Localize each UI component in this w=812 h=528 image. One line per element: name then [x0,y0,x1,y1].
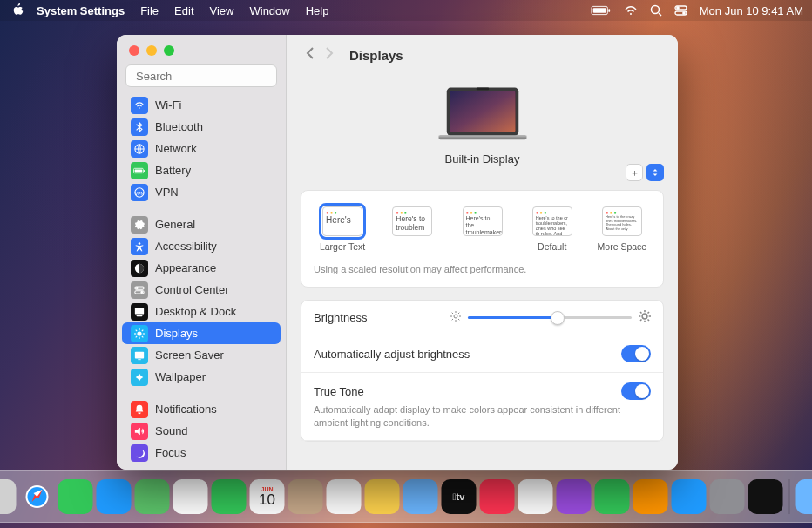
focus-icon [131,444,148,462]
sidebar-item-appearance[interactable]: Appearance [122,257,281,279]
photos-icon[interactable] [173,479,208,514]
mail-icon[interactable] [97,479,132,514]
menu-view[interactable]: View [210,4,234,17]
resolution-option-4[interactable]: ●●●Here's to the crazy ones troublemaker… [593,206,651,252]
sidebar-item-screen-saver[interactable]: Screen Saver [122,344,281,366]
content-area: Displays Built-in Display [287,35,678,470]
app-menu[interactable]: System Settings [37,4,125,17]
dock-separator [789,479,790,514]
tv-icon[interactable]: tv [442,479,477,514]
pages-icon[interactable] [633,479,668,514]
freeform-icon[interactable] [403,479,438,514]
sidebar-item-wi-fi[interactable]: Wi-Fi [122,94,281,116]
forward-button[interactable] [320,46,339,64]
sidebar-item-bluetooth[interactable]: Bluetooth [122,116,281,138]
launchpad-icon[interactable] [0,479,17,514]
sidebar-item-notifications[interactable]: Notifications [122,398,281,420]
traffic-lights [117,35,286,63]
svg-point-51 [642,314,647,319]
maps-icon[interactable] [135,479,170,514]
sidebar-item-label: Bluetooth [155,120,203,133]
menu-window[interactable]: Window [249,4,289,17]
sidebar-item-label: Sound [155,424,188,437]
display-preview[interactable]: Built-in Display [301,75,664,178]
sidebar-item-control-center[interactable]: Control Center [122,279,281,301]
battery-status-icon[interactable] [591,5,612,16]
svg-rect-13 [144,169,145,171]
resolution-thumb: ●●●Here's to the troublemakers ones, who [463,206,503,236]
displays-icon [131,325,148,342]
zoom-button[interactable] [164,45,174,56]
svg-point-21 [136,287,138,288]
brightness-slider[interactable] [450,310,651,325]
sidebar-item-wallpaper[interactable]: Wallpaper [122,366,281,388]
sidebar-item-general[interactable]: General [122,213,281,235]
notes-icon[interactable] [365,479,400,514]
add-display-button[interactable]: ＋ [626,164,643,181]
sidebar-item-focus[interactable]: Focus [122,442,281,464]
sidebar-item-displays[interactable]: Displays [122,322,281,344]
sidebar-item-battery[interactable]: Battery [122,159,281,181]
sidebar-item-network[interactable]: Network [122,138,281,159]
svg-rect-14 [135,169,143,172]
resolution-label: Larger Text [320,241,365,252]
close-button[interactable] [129,45,139,56]
search-input[interactable] [136,70,282,83]
minimize-button[interactable] [146,45,157,56]
control-center-status-icon[interactable] [674,5,687,16]
desktop-dock-icon [131,303,148,321]
menu-edit[interactable]: Edit [174,4,193,17]
facetime-icon[interactable] [212,479,247,514]
messages-icon[interactable] [58,479,93,514]
reminders-icon[interactable] [327,479,362,514]
wifi-status-icon[interactable] [624,5,638,16]
svg-line-48 [458,319,459,320]
resolution-option-0[interactable]: ●●●Here'sLarger Text [314,206,371,252]
sidebar-item-label: Screen Saver [155,349,224,362]
iphone-mirror-icon[interactable] [748,479,783,514]
appstore-icon[interactable] [672,479,707,514]
brightness-high-icon [639,310,651,325]
svg-rect-1 [608,9,610,12]
truetone-label: True Tone [314,385,621,398]
svg-point-25 [137,331,141,335]
auto-brightness-toggle[interactable] [621,345,651,362]
music-icon[interactable] [480,479,515,514]
resolution-option-3[interactable]: ●●●Here's to the cr troublemakers, ones … [524,206,581,252]
svg-rect-23 [135,308,144,314]
numbers-icon[interactable] [595,479,630,514]
display-options-popup[interactable] [646,164,664,181]
contacts-icon[interactable] [288,479,323,514]
menu-help[interactable]: Help [306,4,329,17]
sidebar-item-vpn[interactable]: VPNVPN [122,181,281,203]
macbook-icon [435,84,531,147]
podcasts-icon[interactable] [557,479,592,514]
auto-brightness-label: Automatically adjust brightness [314,348,621,361]
spotlight-icon[interactable] [650,4,662,17]
resolution-option-1[interactable]: ●●●Here's to troublem [383,206,441,252]
back-button[interactable] [301,46,320,64]
sidebar-item-accessibility[interactable]: Accessibility [122,235,281,257]
svg-line-59 [648,312,650,314]
svg-line-31 [142,335,143,336]
brightness-track[interactable] [468,316,632,319]
sidebar-item-sound[interactable]: Sound [122,420,281,442]
downloads-icon[interactable] [796,479,813,514]
safari-icon[interactable] [20,479,55,514]
calendar-icon[interactable]: JUN10 [250,479,285,514]
svg-line-33 [142,329,143,330]
news-icon[interactable] [518,479,553,514]
brightness-knob[interactable] [551,311,565,325]
search-field[interactable] [125,64,277,87]
settings-icon[interactable] [710,479,745,514]
resolution-option-2[interactable]: ●●●Here's to the troublemakers ones, who [453,206,511,252]
display-name-label: Built-in Display [445,152,520,166]
apple-menu-icon[interactable] [12,3,24,18]
menu-file[interactable]: File [140,4,159,17]
svg-line-50 [458,313,459,314]
screensaver-icon [131,347,148,364]
clock[interactable]: Mon Jun 10 9:41 AM [700,4,803,17]
sidebar-item-desktop-dock[interactable]: Desktop & Dock [122,301,281,322]
truetone-toggle[interactable] [621,382,651,400]
menu-bar: System Settings File Edit View Window He… [0,0,812,21]
